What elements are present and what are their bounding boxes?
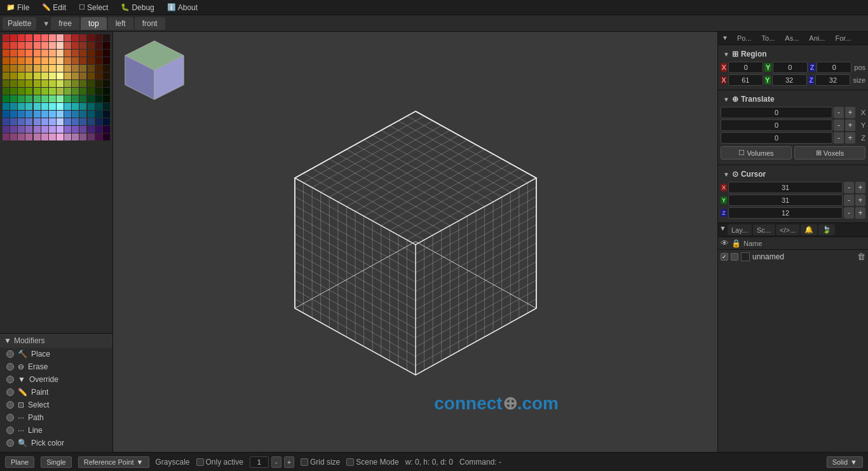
size-z-input[interactable] — [815, 74, 850, 86]
color-cell[interactable] — [3, 126, 10, 133]
palette-dropdown[interactable]: ▼ — [43, 20, 50, 27]
color-cell[interactable] — [18, 95, 25, 102]
color-cell[interactable] — [72, 57, 79, 64]
modifier-place[interactable]: 🔨 Place — [0, 348, 112, 360]
translate-x-minus[interactable]: - — [834, 107, 844, 118]
grid-plus-button[interactable]: + — [284, 456, 294, 468]
color-cell[interactable] — [3, 118, 10, 125]
color-cell[interactable] — [34, 57, 41, 64]
color-cell[interactable] — [25, 72, 32, 79]
cursor-x-plus[interactable]: + — [855, 182, 865, 193]
layer-lock-check[interactable] — [731, 253, 738, 261]
modifier-path[interactable]: ··· Path — [0, 411, 112, 424]
translate-y-plus[interactable]: + — [845, 119, 855, 131]
translate-x-input[interactable] — [721, 107, 832, 118]
color-cell[interactable] — [103, 95, 110, 102]
menu-edit[interactable]: ✏️ Edit — [38, 2, 70, 13]
plane-button[interactable]: Plane — [5, 456, 34, 468]
layer-row[interactable]: unnamed 🗑 — [718, 250, 868, 263]
color-cell[interactable] — [79, 103, 86, 110]
color-cell[interactable] — [49, 50, 56, 57]
color-cell[interactable] — [3, 50, 10, 57]
color-cell[interactable] — [10, 65, 17, 72]
reference-point-dropdown[interactable]: Reference Point ▼ — [78, 456, 149, 468]
size-y-input[interactable] — [772, 74, 807, 86]
color-cell[interactable] — [79, 126, 86, 133]
color-cell[interactable] — [79, 118, 86, 125]
color-cell[interactable] — [95, 34, 102, 41]
color-cell[interactable] — [88, 42, 95, 49]
color-cell[interactable] — [10, 57, 17, 64]
color-cell[interactable] — [72, 34, 79, 41]
color-cell[interactable] — [3, 72, 10, 79]
color-cell[interactable] — [10, 126, 17, 133]
color-cell[interactable] — [34, 118, 41, 125]
color-cell[interactable] — [49, 42, 56, 49]
menu-file[interactable]: 📁 File — [3, 2, 33, 13]
color-cell[interactable] — [103, 133, 110, 140]
color-cell[interactable] — [57, 133, 64, 140]
color-cell[interactable] — [10, 50, 17, 57]
color-cell[interactable] — [49, 65, 56, 72]
color-cell[interactable] — [3, 42, 10, 49]
color-cell[interactable] — [88, 95, 95, 102]
translate-z-plus[interactable]: + — [845, 132, 855, 144]
color-cell[interactable] — [57, 57, 64, 64]
right-tabs-dropdown[interactable]: ▼ — [718, 32, 732, 44]
color-cell[interactable] — [103, 126, 110, 133]
cursor-y-plus[interactable]: + — [855, 195, 865, 206]
color-cell[interactable] — [103, 118, 110, 125]
color-cell[interactable] — [18, 118, 25, 125]
translate-z-input[interactable] — [721, 132, 832, 144]
color-cell[interactable] — [41, 111, 48, 118]
color-cell[interactable] — [49, 103, 56, 110]
color-cell[interactable] — [72, 118, 79, 125]
color-cell[interactable] — [49, 126, 56, 133]
color-cell[interactable] — [3, 65, 10, 72]
translate-y-input[interactable] — [721, 119, 832, 131]
color-cell[interactable] — [18, 50, 25, 57]
color-cell[interactable] — [64, 72, 71, 79]
color-cell[interactable] — [64, 103, 71, 110]
color-cell[interactable] — [10, 133, 17, 140]
color-cell[interactable] — [72, 88, 79, 95]
color-cell[interactable] — [34, 103, 41, 110]
color-cell[interactable] — [34, 50, 41, 57]
color-cell[interactable] — [3, 34, 10, 41]
color-cell[interactable] — [49, 111, 56, 118]
tab-free[interactable]: free — [51, 17, 79, 30]
color-cell[interactable] — [18, 88, 25, 95]
color-cell[interactable] — [72, 42, 79, 49]
color-cell[interactable] — [18, 111, 25, 118]
color-cell[interactable] — [64, 88, 71, 95]
right-tab-for[interactable]: For... — [830, 32, 856, 44]
color-cell[interactable] — [72, 95, 79, 102]
color-cell[interactable] — [57, 42, 64, 49]
only-active-checkbox[interactable] — [196, 458, 204, 466]
color-cell[interactable] — [10, 88, 17, 95]
grid-minus-button[interactable]: - — [271, 456, 281, 468]
color-cell[interactable] — [72, 103, 79, 110]
color-cell[interactable] — [103, 80, 110, 87]
color-cell[interactable] — [18, 133, 25, 140]
color-cell[interactable] — [18, 42, 25, 49]
color-cell[interactable] — [41, 50, 48, 57]
color-cell[interactable] — [88, 34, 95, 41]
cursor-z-minus[interactable]: - — [844, 207, 854, 219]
pos-x-input[interactable] — [728, 62, 763, 73]
translate-x-plus[interactable]: + — [845, 107, 855, 118]
color-cell[interactable] — [57, 72, 64, 79]
color-cell[interactable] — [3, 95, 10, 102]
color-cell[interactable] — [18, 34, 25, 41]
color-cell[interactable] — [10, 72, 17, 79]
color-cell[interactable] — [57, 80, 64, 87]
color-cell[interactable] — [25, 126, 32, 133]
color-cell[interactable] — [10, 111, 17, 118]
scene-mode-checkbox[interactable] — [346, 458, 354, 466]
color-cell[interactable] — [79, 34, 86, 41]
color-cell[interactable] — [95, 111, 102, 118]
menu-debug[interactable]: 🐛 Debug — [117, 2, 158, 13]
color-cell[interactable] — [18, 103, 25, 110]
color-cell[interactable] — [72, 50, 79, 57]
color-cell[interactable] — [34, 88, 41, 95]
